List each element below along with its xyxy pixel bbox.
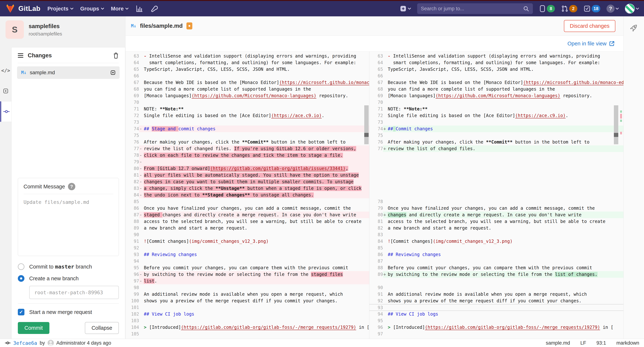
line-number: 88 [126, 218, 139, 225]
gitlab-logo-icon [5, 4, 16, 14]
commit-help-icon[interactable]: ? [68, 183, 75, 190]
search-input[interactable] [421, 6, 523, 12]
diff-row-modified: 79Once you have finalized your changes, … [370, 205, 624, 212]
diff-row-original: 84-the undo icon next to **Staged change… [126, 192, 369, 198]
panel-menu-icon[interactable] [18, 53, 23, 58]
diff-row-modified: 91An additional review mode is available… [370, 291, 624, 297]
diff-row-original: 72Single file editing is based on the [A… [126, 112, 369, 119]
commit-message-input[interactable]: Update files/sample.md [18, 194, 119, 210]
diff-row-modified: 74+## Commit changes [370, 126, 624, 132]
line-number: 89 [370, 271, 383, 278]
todos-count-badge: 18 [592, 5, 600, 12]
changed-file-row[interactable]: M↓ sample.md [17, 66, 120, 79]
line-number: 80 [370, 212, 383, 218]
left-pane-scrollbar[interactable] [364, 105, 369, 144]
line-number: 90 [126, 231, 139, 238]
external-link-icon[interactable] [609, 41, 614, 46]
merge-requests-shortcut[interactable]: 2 [561, 5, 577, 12]
live-preview-rocket-icon[interactable] [630, 24, 638, 339]
diff-row-original: 76After making your changes, click the *… [126, 139, 369, 145]
line-number: 93 [126, 251, 139, 258]
radio-selected-icon[interactable] [18, 275, 24, 282]
diff-row-modified: 69[Monaco languages](https://github.com/… [370, 93, 624, 99]
open-in-file-view-link[interactable]: Open in file view [568, 41, 606, 47]
diff-row-modified [370, 165, 624, 172]
status-eol[interactable]: LF [580, 340, 586, 346]
diff-row-original: 94 [126, 258, 369, 264]
nav-groups[interactable]: Groups [80, 6, 104, 12]
modified-indicator-icon[interactable] [110, 70, 116, 75]
merge-requests-count-badge: 2 [569, 5, 577, 12]
commit-by-text: by [40, 340, 45, 346]
line-number: 82 [370, 225, 383, 231]
line-number: 70 [370, 99, 383, 106]
line-number: 67 [126, 79, 139, 86]
gitlab-brand[interactable]: GitLab [5, 4, 40, 14]
user-menu[interactable] [625, 4, 639, 14]
commit-icon [5, 340, 11, 346]
analytics-chart-icon[interactable] [136, 5, 143, 13]
markdown-file-icon: M↓ [21, 70, 26, 75]
issues-shortcut[interactable]: 8 [539, 5, 555, 12]
line-number: 79 [126, 159, 139, 165]
diff-row-modified [370, 178, 624, 185]
commit-button[interactable]: Commit [18, 322, 50, 334]
status-file-name[interactable]: sample.md [546, 340, 570, 346]
plus-square-icon [400, 5, 406, 12]
todos-shortcut[interactable]: 18 [584, 5, 600, 12]
diff-row-modified: 80+changes and directly create a merge r… [370, 212, 624, 218]
line-number [370, 165, 383, 172]
line-number: 65 [126, 66, 139, 73]
new-branch-name-input[interactable]: root-master-patch-89963 [29, 286, 119, 299]
help-menu[interactable]: ? [606, 5, 619, 13]
diff-row-original: 97-list. [126, 278, 369, 284]
nav-projects[interactable]: Projects [48, 6, 73, 12]
line-number: 95 [370, 317, 383, 324]
project-name: samplefiles [29, 21, 62, 30]
chevron-down-icon [101, 8, 104, 10]
start-merge-request-option[interactable]: ✓ Start a new merge request [12, 306, 125, 318]
diff-row-original: 67Because the Web IDE is based on the [M… [126, 79, 369, 86]
diff-row-original: 71NOTE: **Note:** [126, 106, 369, 112]
checkbox-checked-icon[interactable]: ✓ [18, 309, 24, 315]
commit-to-master-option[interactable]: Commit to master branch [12, 261, 125, 272]
discard-changes-button[interactable]: Discard changes [564, 20, 615, 32]
diff-editor: 63- IntelliSense and validation support … [126, 52, 624, 339]
discard-all-trash-icon[interactable] [113, 52, 119, 59]
diff-row-modified: 84![Commit changes](img/commit_changes_v… [370, 238, 624, 245]
open-file-path: files/sample.md [140, 23, 183, 29]
line-number: 97 [370, 331, 383, 337]
project-avatar[interactable]: S [6, 21, 24, 39]
rail-commit-mode[interactable] [0, 101, 12, 122]
diff-row-original: 65TypeScript, JavaScript, CSS, LESS, SCS… [126, 66, 369, 73]
radio-unselected-icon[interactable] [18, 263, 24, 270]
line-number: 84 [370, 238, 383, 245]
diff-row-original: 96-by switching to the review mode or se… [126, 271, 369, 278]
new-menu-button[interactable] [400, 5, 411, 12]
line-number: 85 [370, 245, 383, 251]
diff-row-modified: 90 [370, 284, 624, 291]
diff-row-modified: 83 [370, 231, 624, 238]
rail-review-mode[interactable] [0, 81, 12, 101]
chevron-down-icon [616, 8, 619, 10]
diff-row-original: 105 [126, 331, 369, 337]
diff-row-modified: 71NOTE: **Note:** [370, 106, 624, 112]
line-number: 63 [370, 53, 383, 59]
rail-edit-mode[interactable]: </> [0, 60, 12, 81]
right-pane-scrollbar[interactable] [614, 105, 618, 144]
nav-more[interactable]: More [111, 6, 128, 12]
latest-commit-sha-link[interactable]: 3efcae6a [13, 340, 37, 346]
create-new-branch-option[interactable]: Create a new branch [12, 272, 125, 284]
global-search[interactable] [417, 3, 533, 14]
line-number: 81 [370, 218, 383, 225]
todo-check-icon [584, 5, 590, 12]
diff-row-original: 77-review the list of changed files. If … [126, 145, 369, 152]
status-cursor-position[interactable]: 93:1 [596, 340, 606, 346]
admin-wrench-icon[interactable] [150, 5, 158, 13]
status-language[interactable]: markdown [616, 340, 639, 346]
line-number: 66 [370, 73, 383, 79]
collapse-button[interactable]: Collapse [85, 322, 119, 334]
line-number: 78 [370, 198, 383, 205]
line-number: 65 [370, 66, 383, 73]
line-number: 91 [126, 238, 139, 245]
